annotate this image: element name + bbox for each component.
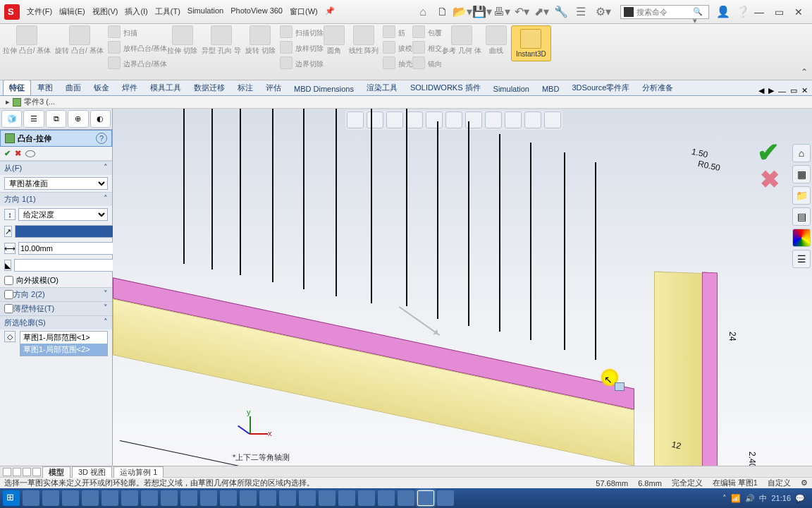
task-app-icon[interactable]: [437, 490, 454, 506]
options-list-icon[interactable]: ☰: [571, 2, 591, 22]
save-icon[interactable]: 💾▾: [472, 2, 492, 22]
task-app-icon[interactable]: [220, 490, 237, 506]
pm-depth-input[interactable]: [18, 242, 120, 255]
rib-refgeom[interactable]: 参考 几何 体: [442, 25, 481, 54]
tab-sketch[interactable]: 草图: [31, 80, 59, 95]
task-app-icon[interactable]: [240, 490, 257, 506]
minimize-button[interactable]: —: [753, 6, 765, 18]
rib-curves[interactable]: 曲线: [486, 25, 507, 54]
task-app-icon[interactable]: [121, 490, 138, 506]
pm-from-select[interactable]: 草图基准面: [4, 177, 108, 190]
pm-preview-icon[interactable]: [25, 150, 35, 157]
dim-small[interactable]: 2.40: [747, 452, 757, 466]
tray-wifi-icon[interactable]: 📶: [731, 494, 741, 503]
reverse-dir-icon[interactable]: ↕: [4, 209, 16, 220]
task-app-icon[interactable]: [358, 490, 375, 506]
view-triad[interactable]: xy: [238, 412, 266, 440]
resources-icon[interactable]: ▦: [792, 165, 811, 183]
rib-wrap[interactable]: 包覆: [412, 25, 442, 40]
status-unitsys[interactable]: 自定义: [768, 478, 791, 488]
bottom-tab-motion[interactable]: 运动算例 1: [113, 466, 164, 478]
bot-nav-first-icon[interactable]: [3, 468, 11, 476]
tray-clock[interactable]: 21:16: [771, 494, 791, 502]
menu-edit[interactable]: 编辑(E): [56, 5, 88, 18]
task-edge-icon[interactable]: [23, 490, 39, 506]
tab-datamigration[interactable]: 数据迁移: [187, 80, 231, 95]
command-search[interactable]: 🔍▾: [620, 5, 709, 19]
chevron-down-icon[interactable]: ˅: [104, 303, 108, 314]
chevron-up-icon[interactable]: ˄: [104, 194, 108, 205]
fm-tab-tree[interactable]: 🧊: [1, 110, 22, 128]
library-icon[interactable]: 📁: [792, 186, 811, 205]
task-explorer-icon[interactable]: [62, 490, 79, 506]
tab-weldment[interactable]: 焊件: [116, 80, 144, 95]
part-name[interactable]: 零件3 (...: [24, 97, 55, 107]
menu-file[interactable]: 文件(F): [24, 5, 55, 18]
search-input[interactable]: [636, 8, 693, 16]
rib-boundary[interactable]: 边界凸台/基体: [108, 56, 168, 71]
home-icon[interactable]: ⌂: [413, 2, 433, 22]
rib-revolve-boss[interactable]: 旋转 凸台/ 基体: [55, 25, 103, 54]
pm-help-icon[interactable]: ?: [96, 133, 107, 144]
bot-nav-prev-icon[interactable]: [13, 468, 21, 476]
new-doc-icon[interactable]: 🗋: [433, 2, 453, 22]
bot-nav-last-icon[interactable]: [32, 468, 41, 476]
dim-height[interactable]: 24: [727, 332, 737, 341]
chevron-up-icon[interactable]: ˄: [104, 318, 108, 328]
maximize-button[interactable]: ▭: [773, 6, 785, 18]
task-app-icon[interactable]: [338, 490, 355, 506]
pm-dir2-check[interactable]: [4, 289, 13, 300]
tab-evaluate[interactable]: 评估: [259, 80, 288, 95]
pm-dir1-type[interactable]: 给定深度: [18, 208, 108, 221]
task-app-icon[interactable]: [279, 490, 296, 506]
rib-boundary-cut[interactable]: 边界切除: [280, 56, 324, 71]
settings-gear-icon[interactable]: ⚙▾: [591, 2, 616, 22]
user-icon[interactable]: 👤: [713, 2, 733, 22]
tab-mold[interactable]: 模具工具: [144, 80, 187, 95]
menu-view[interactable]: 视图(V): [90, 5, 121, 18]
ribbon-collapse-icon[interactable]: ⌃: [801, 67, 808, 77]
task-app-icon[interactable]: [161, 490, 178, 506]
dim-rad[interactable]: R0.50: [697, 159, 721, 173]
tab-addins[interactable]: SOLIDWORKS 插件: [404, 80, 487, 95]
menu-tools[interactable]: 工具(T): [152, 5, 183, 18]
task-app-icon[interactable]: [141, 490, 158, 506]
menu-pin-icon[interactable]: 📌: [322, 5, 338, 18]
menu-insert[interactable]: 插入(I): [122, 5, 150, 18]
fm-tab-config[interactable]: ⧉: [46, 110, 66, 128]
bot-nav-next-icon[interactable]: [23, 468, 31, 476]
rib-extrude-boss[interactable]: 拉伸 凸台/ 基体: [3, 25, 51, 54]
tab-surface[interactable]: 曲面: [59, 80, 87, 95]
doc-restore-icon[interactable]: —: [778, 87, 786, 95]
status-gear-icon[interactable]: ⚙: [801, 478, 808, 488]
close-button[interactable]: ✕: [792, 6, 805, 18]
pm-thin-check[interactable]: [4, 303, 13, 314]
menu-photoview[interactable]: PhotoView 360: [228, 5, 285, 18]
rib-fillet[interactable]: 圆角: [324, 25, 345, 54]
task-app-icon[interactable]: [200, 490, 217, 506]
fm-tab-display[interactable]: ◐: [90, 110, 111, 128]
dim-tip[interactable]: 12: [670, 440, 682, 451]
viewport-3d[interactable]: ✔ ✖ ⌂ ▦ 📁 ▤ ☰: [113, 109, 812, 466]
fm-tab-pm[interactable]: ☰: [23, 110, 44, 128]
chevron-down-icon[interactable]: ˅: [104, 289, 108, 300]
tray-expand-icon[interactable]: ˄: [722, 494, 727, 503]
instant3d-button[interactable]: Instant3D: [511, 25, 551, 61]
pm-dir-vector[interactable]: [15, 225, 116, 238]
menu-window[interactable]: 窗口(W): [287, 5, 321, 18]
open-icon[interactable]: 📂▾: [453, 2, 472, 22]
print-icon[interactable]: 🖶▾: [492, 2, 512, 22]
doc-prev-icon[interactable]: ◀: [758, 86, 764, 95]
tab-simulation[interactable]: Simulation: [487, 82, 536, 95]
task-app-icon[interactable]: [180, 490, 197, 506]
pm-draft-outward[interactable]: [4, 276, 13, 285]
rib-extrude-cut[interactable]: 拉伸 切除: [167, 25, 197, 54]
help-icon[interactable]: ❔: [733, 2, 753, 22]
view-palette-icon[interactable]: ▤: [792, 207, 811, 226]
tray-notifications-icon[interactable]: 💬: [795, 494, 805, 503]
home-pane-icon[interactable]: ⌂: [792, 144, 811, 162]
undo-icon[interactable]: ↶▾: [512, 2, 531, 22]
bottom-tab-model[interactable]: 模型: [42, 466, 70, 478]
tab-3dsource[interactable]: 3DSource零件库: [565, 80, 636, 95]
task-store-icon[interactable]: [82, 490, 99, 506]
